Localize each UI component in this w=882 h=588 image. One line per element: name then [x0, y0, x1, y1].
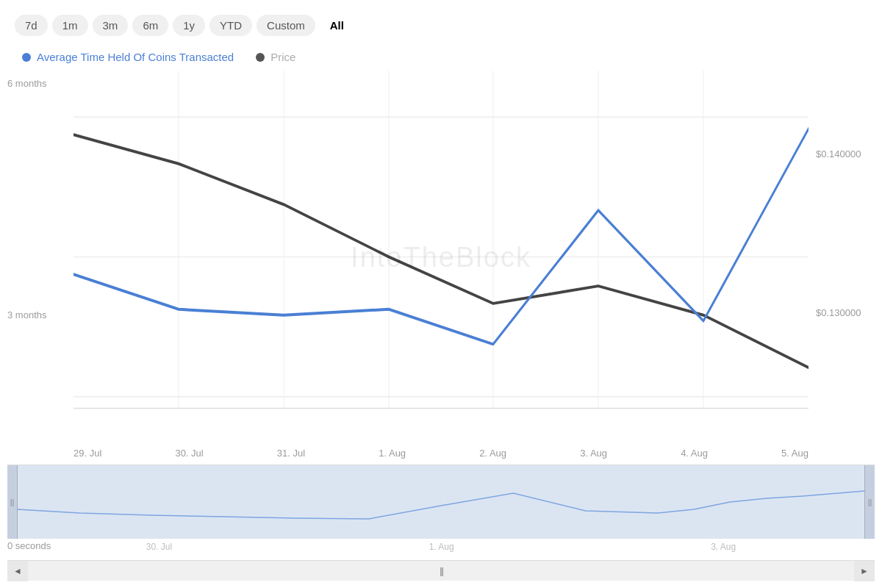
legend-dot-avg-time: [22, 53, 31, 62]
legend-label-avg-time: Average Time Held Of Coins Transacted: [37, 51, 234, 63]
legend-item-price: Price: [256, 51, 295, 63]
legend-label-price: Price: [270, 51, 295, 63]
time-filter-bar: 7d1m3m6m1yYTDCustomAll: [7, 15, 875, 36]
x-label-5: 3. Aug: [580, 448, 607, 459]
time-filter-3m[interactable]: 3m: [93, 15, 129, 36]
chart-svg: [74, 71, 808, 443]
time-filter-all[interactable]: All: [320, 15, 354, 36]
navigator-selected-range: [7, 465, 875, 539]
y-label-price-high: $0.140000: [816, 148, 861, 159]
x-axis: 29. Jul 30. Jul 31. Jul 1. Aug 2. Aug 3.…: [74, 443, 808, 459]
legend-dot-price: [256, 53, 265, 62]
y-label-6months: 6 months: [7, 78, 46, 89]
x-label-6: 4. Aug: [681, 448, 708, 459]
chart-legend: Average Time Held Of Coins Transacted Pr…: [7, 51, 875, 63]
time-filter-6m[interactable]: 6m: [132, 15, 168, 36]
chart-wrapper: 6 months 3 months 0 seconds $0.140000 $0…: [7, 71, 875, 581]
time-filter-1m[interactable]: 1m: [52, 15, 88, 36]
navigator-x-labels: 30. Jul 1. Aug 3. Aug: [7, 539, 875, 552]
handle-left-icon: ||: [10, 498, 15, 506]
time-filter-custom[interactable]: Custom: [257, 15, 315, 36]
y-label-price-mid: $0.130000: [816, 307, 861, 318]
main-chart-area: IntoTheBlock: [74, 71, 808, 443]
time-filter-7d[interactable]: 7d: [15, 15, 48, 36]
scroll-track[interactable]: |||: [28, 561, 854, 581]
x-label-2: 31. Jul: [277, 448, 305, 459]
price-line: [74, 135, 808, 368]
handle-right-icon: ||: [868, 498, 872, 506]
nav-x-label-1: 1. Aug: [429, 542, 454, 552]
x-label-7: 5. Aug: [781, 448, 808, 459]
y-label-3months: 3 months: [7, 309, 46, 320]
navigator-handle-right[interactable]: ||: [864, 465, 875, 539]
x-label-1: 30. Jul: [175, 448, 203, 459]
navigator-bg: || ||: [7, 465, 875, 539]
time-filter-1y[interactable]: 1y: [173, 15, 205, 36]
scroll-thumb-icon: |||: [440, 565, 442, 576]
avg-time-line: [74, 129, 808, 344]
legend-item-avg-time: Average Time Held Of Coins Transacted: [22, 51, 234, 63]
x-label-0: 29. Jul: [74, 448, 101, 459]
navigator-handle-left[interactable]: ||: [7, 465, 18, 539]
time-filter-ytd[interactable]: YTD: [209, 15, 252, 36]
main-container: 7d1m3m6m1yYTDCustomAll Average Time Held…: [0, 0, 882, 588]
nav-x-label-0: 30. Jul: [146, 542, 172, 552]
scrollbar: ◄ ||| ►: [7, 560, 875, 581]
x-label-3: 1. Aug: [379, 448, 406, 459]
navigator: || || 30. Jul 1. Aug 3. Aug: [7, 465, 875, 560]
x-label-4: 2. Aug: [479, 448, 506, 459]
nav-x-label-2: 3. Aug: [711, 542, 736, 552]
